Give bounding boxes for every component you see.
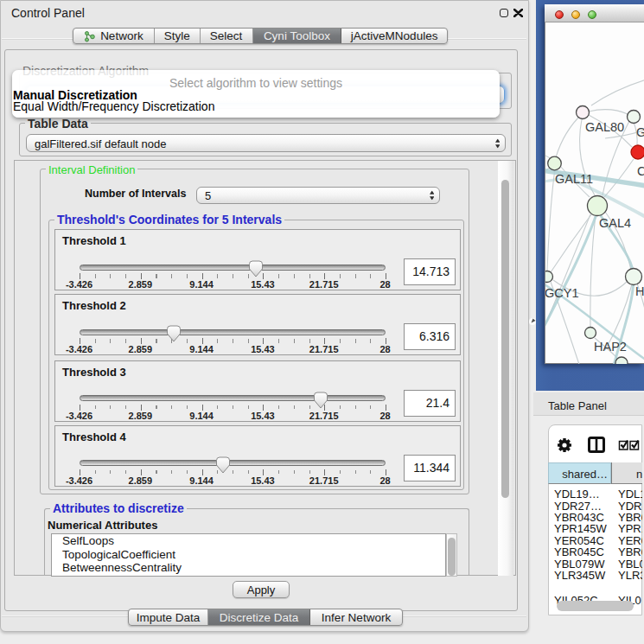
svg-text:GAL4: GAL4 — [599, 216, 631, 230]
svg-text:GCY1: GCY1 — [545, 286, 579, 300]
svg-text:G.: G. — [636, 125, 644, 139]
svg-text:HAP2: HAP2 — [594, 340, 627, 354]
svg-text:C: C — [637, 164, 644, 178]
svg-text:H: H — [635, 284, 644, 298]
svg-text:GAL11: GAL11 — [555, 172, 593, 186]
svg-text:GAL80: GAL80 — [585, 120, 624, 134]
